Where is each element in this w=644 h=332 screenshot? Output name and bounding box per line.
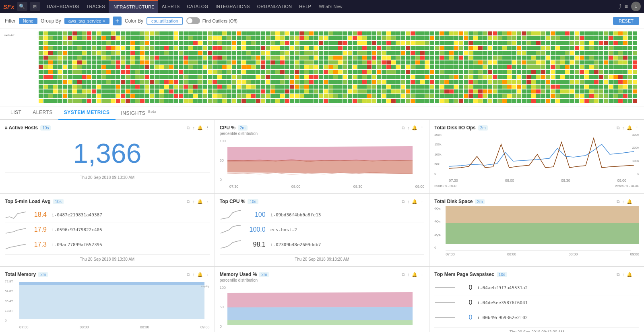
nav-item-infrastructure[interactable]: INFRASTRUCTURE	[109, 0, 158, 13]
widget-copy-icon[interactable]: ⧉	[617, 272, 620, 277]
widget-menu-icon[interactable]: ⋮	[205, 125, 210, 131]
cpu-chart-svg	[227, 138, 425, 183]
toggle-switch[interactable]	[186, 17, 200, 24]
whats-new-link[interactable]: What's New	[319, 4, 342, 9]
sfx-logo: SFx	[3, 3, 14, 10]
widget-alert-icon[interactable]: 🔔	[412, 125, 417, 131]
mem-y-0: 0	[5, 319, 18, 322]
widget-alert-icon[interactable]: 🔔	[627, 272, 632, 277]
widget-menu-icon[interactable]: ⋮	[420, 272, 424, 277]
widget-alert-icon[interactable]: 🔔	[627, 199, 632, 204]
widget-copy-icon[interactable]: ⧉	[187, 125, 190, 131]
tab-system-metrics[interactable]: SYSTEM METRICS	[58, 106, 116, 120]
widget-share-icon[interactable]: ↑	[622, 125, 625, 131]
tab-list[interactable]: LIST	[5, 106, 27, 120]
disk-x-label-3: 08:30	[561, 178, 570, 183]
widget-share-icon[interactable]: ↑	[622, 272, 625, 277]
widget-copy-icon[interactable]: ⧉	[617, 199, 620, 204]
widget-alert-icon[interactable]: 🔔	[412, 199, 417, 204]
load-avg-timestamp: Thu 20 Sep 2018 09:13:30 AM	[5, 257, 210, 261]
widget-menu-icon[interactable]: ⋮	[420, 125, 424, 131]
load-avg-title: Top 5-min Load Avg	[5, 199, 51, 204]
tab-insights[interactable]: INSIGHTS Beta	[116, 106, 162, 120]
widget-menu-icon[interactable]: ⋮	[635, 199, 639, 204]
reset-button[interactable]: RESET	[613, 17, 639, 25]
widget-header: Total Memory 2m ⧉ ↑ 🔔 ⋮	[5, 272, 210, 277]
external-link-icon[interactable]: ⤴	[619, 3, 621, 10]
widget-total-disk-io: Total Disk I/O Ops 2m ⧉ ↑ 🔔 ⋮ 200k 150k …	[429, 120, 644, 193]
search-button[interactable]: 🔍	[17, 2, 27, 11]
widget-copy-icon[interactable]: ⧉	[402, 272, 405, 277]
menu-icon[interactable]: ≡	[625, 3, 628, 10]
group-by-tag[interactable]: aws_tag_service ×	[64, 18, 109, 24]
widget-alert-icon[interactable]: 🔔	[197, 272, 203, 277]
cpu-row-2: 100.0 ecs-host-2	[220, 222, 425, 237]
cpu-val-3: 98.1	[246, 241, 266, 248]
disk-io-title: Total Disk I/O Ops	[434, 125, 475, 131]
load-row-2: 17.9 i-0596c97d79822c405	[5, 222, 210, 237]
filter-bar: Filter None Group By aws_tag_service × +…	[0, 13, 644, 29]
none-tag[interactable]: None	[19, 18, 37, 24]
cpu-val-2: 100.0	[246, 226, 266, 233]
disk-y-right-200k: 200k	[628, 146, 639, 149]
nav-item-catalog[interactable]: CATALOG	[183, 0, 212, 13]
heatmap-canvas[interactable]: meta-inf...	[3, 31, 641, 105]
load-value-3: 17.3	[31, 241, 47, 248]
top-cpu-badge: 10s	[248, 199, 258, 204]
disk-y-200k: 200k	[434, 133, 447, 137]
widget-alert-icon[interactable]: 🔔	[197, 125, 203, 131]
widget-total-disk-space: Total Disk Space 2m ⧉ ↑ 🔔 ⋮ 6Qa 4Qa 2Qa …	[429, 194, 644, 266]
heatmap-canvas-element[interactable]	[3, 31, 641, 105]
svg-marker-9	[227, 292, 413, 307]
widget-alert-icon[interactable]: 🔔	[627, 125, 632, 131]
widget-share-icon[interactable]: ↑	[407, 199, 410, 204]
widget-header: Top 5-min Load Avg 10s ⧉ ↑ 🔔 ⋮	[5, 199, 210, 204]
widget-share-icon[interactable]: ↑	[192, 199, 195, 204]
nav-item-organization[interactable]: ORGANIZATION	[254, 0, 296, 13]
widget-alert-icon[interactable]: 🔔	[412, 272, 417, 277]
widget-header: Top Mem Page Swaps/sec 10s ⧉ ↑ 🔔 ⋮	[434, 272, 639, 277]
widget-share-icon[interactable]: ↑	[407, 272, 410, 277]
grid-icon-btn[interactable]: ⊞	[30, 2, 40, 11]
top-cpu-title: Top CPU %	[220, 199, 246, 204]
find-outliers-toggle[interactable]: Find Outliers (Off)	[186, 17, 237, 24]
nav-item-traces[interactable]: TRACES	[83, 0, 109, 13]
widget-share-icon[interactable]: ↑	[407, 125, 410, 131]
user-avatar[interactable]: U	[631, 2, 641, 11]
svg-marker-3	[227, 160, 413, 174]
widget-copy-icon[interactable]: ⧉	[402, 125, 405, 131]
widget-share-icon[interactable]: ↑	[622, 199, 625, 204]
widget-copy-icon[interactable]: ⧉	[187, 199, 190, 204]
svg-marker-7	[19, 282, 204, 285]
nav-item-integrations[interactable]: INTEGRATIONS	[212, 0, 253, 13]
widget-menu-icon[interactable]: ⋮	[635, 272, 639, 277]
widget-copy-icon[interactable]: ⧉	[402, 199, 405, 204]
tabs-bar: LIST ALERTS SYSTEM METRICS INSIGHTS Beta	[0, 106, 644, 120]
disk-y-right-100k: 100k	[628, 159, 639, 163]
widget-alert-icon[interactable]: 🔔	[197, 199, 203, 204]
widget-share-icon[interactable]: ↑	[192, 272, 195, 277]
cpu-percent-title: CPU %	[220, 125, 235, 131]
widget-menu-icon[interactable]: ⋮	[635, 125, 639, 131]
widget-menu-icon[interactable]: ⋮	[205, 272, 210, 277]
widget-share-icon[interactable]: ↑	[192, 125, 195, 131]
swap-id-2: i-04de5ee35876f6041	[477, 300, 528, 305]
group-by-remove-icon[interactable]: ×	[103, 19, 105, 23]
widget-cpu-percent: CPU % 2m ⧉ ↑ 🔔 ⋮ percentile distribution…	[215, 120, 429, 193]
cpu-x-label-4: 09:00	[415, 185, 425, 189]
nav-item-alerts[interactable]: ALERTS	[158, 0, 183, 13]
nav-item-dashboards[interactable]: DASHBOARDS	[43, 0, 83, 13]
ds-y-6qa: 6Qa	[434, 207, 444, 210]
widget-menu-icon[interactable]: ⋮	[420, 199, 424, 204]
disk-right-axis-label: writes / s - BLUE	[615, 184, 639, 188]
widget-copy-icon[interactable]: ⧉	[187, 272, 190, 277]
color-by-tag[interactable]: cpu.utilization	[147, 17, 183, 25]
widget-copy-icon[interactable]: ⧉	[617, 125, 620, 131]
widget-menu-icon[interactable]: ⋮	[205, 199, 210, 204]
mu-y-50: 50	[220, 305, 226, 309]
nav-item-help[interactable]: HELP	[295, 0, 315, 13]
tab-alerts[interactable]: ALERTS	[27, 106, 58, 120]
cpu-sparkline-3	[220, 239, 241, 250]
add-filter-button[interactable]: +	[113, 17, 122, 25]
toggle-knob	[187, 18, 192, 23]
